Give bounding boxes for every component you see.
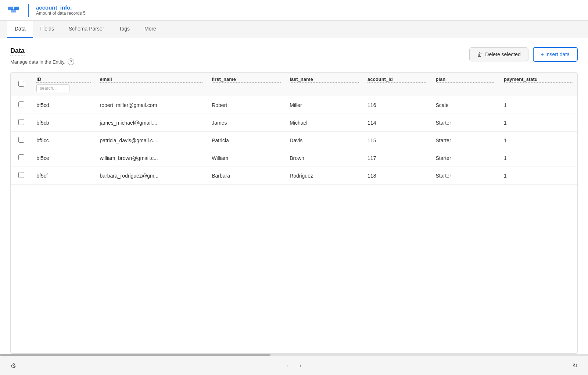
cell-lastname: Davis — [285, 132, 363, 149]
cell-paymentstatus: 1 — [499, 132, 577, 149]
cell-accountid: 116 — [363, 96, 431, 114]
col-header-lastname: last_name — [285, 73, 363, 96]
cell-firstname: William — [207, 149, 285, 167]
cell-email: barbara_rodriguez@gm... — [95, 167, 207, 185]
row-checkbox-cell — [11, 167, 32, 185]
id-search-input[interactable] — [36, 84, 69, 92]
tab-data[interactable]: Data — [7, 21, 33, 38]
toolbar-right: 🗑 Delete selected + Insert data — [469, 47, 578, 62]
bottom-bar: ⚙ ‹ › ↻ — [0, 356, 588, 375]
logo — [7, 4, 29, 17]
insert-data-button[interactable]: + Insert data — [533, 47, 578, 62]
cell-email: robert_miller@gmail.com — [95, 96, 207, 114]
row-checkbox[interactable] — [18, 101, 24, 107]
main-content: Data Manage data in the Entity. ? 🗑 Dele… — [0, 38, 588, 354]
cell-plan: Starter — [431, 132, 499, 149]
toolbar-left: Data Manage data in the Entity. ? — [10, 47, 74, 65]
table-row: bf5cc patricia_davis@gmail.c... Patricia… — [11, 132, 577, 149]
entity-name: account_info. — [36, 4, 86, 11]
record-id-link[interactable]: bf5cc — [36, 138, 49, 143]
row-checkbox[interactable] — [18, 137, 24, 143]
header-title-group: account_info. Amount of data records 5 — [36, 4, 86, 16]
cell-plan: Starter — [431, 167, 499, 185]
col-header-firstname: first_name — [207, 73, 285, 96]
cell-paymentstatus: 1 — [499, 149, 577, 167]
cell-lastname: Michael — [285, 114, 363, 132]
cell-accountid: 117 — [363, 149, 431, 167]
table-body: bf5cd robert_miller@gmail.com Robert Mil… — [11, 96, 577, 185]
col-label-plan: plan — [436, 76, 495, 83]
tab-fields[interactable]: Fields — [33, 21, 61, 38]
col-header-email: email — [95, 73, 207, 96]
cell-email: william_brown@gmail.c... — [95, 149, 207, 167]
col-label-id: ID — [36, 76, 91, 83]
cell-id: bf5cb — [32, 114, 95, 132]
tab-tags[interactable]: Tags — [111, 21, 137, 38]
select-all-header — [11, 73, 32, 96]
cell-id: bf5cc — [32, 132, 95, 149]
cell-plan: Starter — [431, 149, 499, 167]
table-row: bf5cf barbara_rodriguez@gm... Barbara Ro… — [11, 167, 577, 185]
cell-firstname: James — [207, 114, 285, 132]
cell-accountid: 114 — [363, 114, 431, 132]
col-label-paymentstatus: payment_statu — [504, 76, 573, 83]
cell-firstname: Barbara — [207, 167, 285, 185]
row-checkbox[interactable] — [18, 119, 24, 125]
section-heading: Data — [10, 47, 25, 56]
tab-more[interactable]: More — [137, 21, 164, 38]
cell-accountid: 118 — [363, 167, 431, 185]
cell-lastname: Miller — [285, 96, 363, 114]
table-row: bf5cb james_michael@gmail.... James Mich… — [11, 114, 577, 132]
prev-page-button[interactable]: ‹ — [282, 361, 293, 371]
table-row: bf5ce william_brown@gmail.c... William B… — [11, 149, 577, 167]
col-label-accountid: account_id — [368, 76, 427, 83]
col-header-paymentstatus: payment_statu — [499, 73, 577, 96]
cell-id: bf5cd — [32, 96, 95, 114]
cell-plan: Starter — [431, 114, 499, 132]
cell-plan: Scale — [431, 96, 499, 114]
col-label-lastname: last_name — [290, 76, 359, 83]
row-checkbox-cell — [11, 114, 32, 132]
cell-paymentstatus: 1 — [499, 96, 577, 114]
tab-schema-parser[interactable]: Schema Parser — [61, 21, 111, 38]
pagination: ‹ › — [282, 361, 306, 371]
bottom-left: ⚙ — [7, 360, 19, 372]
help-icon[interactable]: ? — [68, 58, 74, 65]
scroll-thumb — [0, 354, 270, 356]
table-row: bf5cd robert_miller@gmail.com Robert Mil… — [11, 96, 577, 114]
refresh-button[interactable]: ↻ — [569, 360, 581, 372]
record-id-link[interactable]: bf5ce — [36, 155, 49, 161]
row-checkbox-cell — [11, 132, 32, 149]
svg-rect-2 — [14, 7, 19, 10]
cell-lastname: Rodriguez — [285, 167, 363, 185]
delete-selected-button[interactable]: 🗑 Delete selected — [469, 47, 528, 61]
section-description: Manage data in the Entity. ? — [10, 58, 74, 65]
cell-firstname: Patricia — [207, 132, 285, 149]
cell-id: bf5cf — [32, 167, 95, 185]
cell-lastname: Brown — [285, 149, 363, 167]
record-count: Amount of data records 5 — [36, 11, 86, 16]
data-table-wrapper: ID email first — [10, 72, 578, 354]
col-label-firstname: first_name — [212, 76, 281, 83]
app-header: account_info. Amount of data records 5 — [0, 0, 588, 21]
row-checkbox[interactable] — [18, 172, 24, 178]
tab-bar: Data Fields Schema Parser Tags More — [0, 21, 588, 38]
row-checkbox-cell — [11, 96, 32, 114]
select-all-checkbox[interactable] — [18, 81, 24, 87]
cell-email: james_michael@gmail.... — [95, 114, 207, 132]
horizontal-scrollbar[interactable] — [0, 354, 588, 356]
data-table: ID email first — [11, 73, 577, 185]
cell-paymentstatus: 1 — [499, 167, 577, 185]
record-id-link[interactable]: bf5cd — [36, 102, 49, 108]
trash-icon: 🗑 — [477, 51, 482, 57]
col-search-id — [36, 84, 91, 92]
col-header-plan: plan — [431, 73, 499, 96]
cell-id: bf5ce — [32, 149, 95, 167]
settings-button[interactable]: ⚙ — [7, 360, 19, 372]
row-checkbox[interactable] — [18, 154, 24, 160]
next-page-button[interactable]: › — [295, 361, 306, 371]
cell-email: patricia_davis@gmail.c... — [95, 132, 207, 149]
col-header-id: ID — [32, 73, 95, 96]
record-id-link[interactable]: bf5cb — [36, 120, 49, 126]
record-id-link[interactable]: bf5cf — [36, 173, 47, 179]
